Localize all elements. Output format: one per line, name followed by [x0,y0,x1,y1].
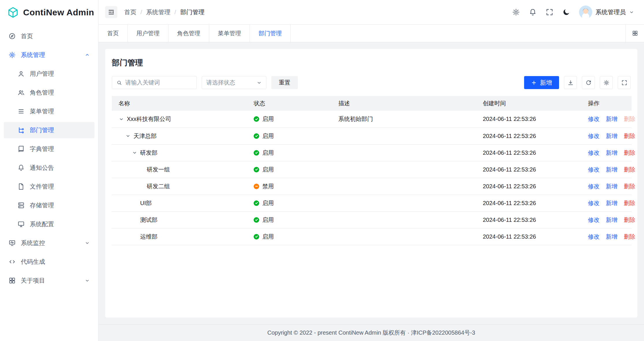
add-link[interactable]: 新增 [606,183,617,190]
sidebar-item-notice[interactable]: 通知公告 [4,160,94,176]
expand-icon[interactable] [125,133,131,139]
refresh-button[interactable] [582,76,595,89]
status-minus-icon [255,185,258,188]
delete-link[interactable]: 删除 [624,199,635,207]
modify-link[interactable]: 修改 [588,132,600,140]
sidebar-item-label: 字典管理 [30,145,54,153]
refresh-icon [585,80,592,86]
status-dot [254,234,259,239]
table-fullscreen-button[interactable] [618,76,631,89]
sidebar-item-code-generation[interactable]: 代码生成 [4,254,94,270]
sidebar-item-label: 系统监控 [21,239,45,247]
department-card: 部门管理 请选择状态 重置 新增 [105,49,637,318]
department-name: UI部 [140,199,152,207]
add-link[interactable]: 新增 [606,216,617,224]
breadcrumb-system-management[interactable]: 系统管理 [146,8,170,16]
sidebar-item-system-monitor[interactable]: 系统监控 [4,235,94,251]
sidebar-item-department-management[interactable]: 部门管理 [4,122,94,138]
sidebar-item-system-config[interactable]: 系统配置 [4,216,94,232]
modify-link[interactable]: 修改 [588,199,600,207]
monitor-pulse-icon [8,239,16,247]
brand-cube-icon [7,6,19,19]
sidebar: ContiNew Admin 首页 系统管理 [0,0,99,341]
column-header-status: 状态 [247,96,332,111]
delete-link[interactable]: 删除 [624,183,635,190]
status-label: 启用 [262,199,274,207]
add-link[interactable]: 新增 [606,115,617,123]
plus-icon [531,80,537,86]
column-settings-button[interactable] [600,76,613,89]
tab-user-management[interactable]: 用户管理 [128,25,168,42]
user-menu[interactable]: 系统管理员 [579,5,634,19]
expand-icon[interactable] [118,116,124,122]
download-icon [567,80,574,86]
row-actions: 修改 新增 删除 [588,132,625,140]
delete-link[interactable]: 删除 [624,149,635,157]
notification-bell-icon[interactable] [529,8,537,16]
status-select[interactable]: 请选择状态 [202,76,266,89]
add-link[interactable]: 新增 [606,132,617,140]
status-badge: 启用 [254,216,325,224]
sidebar-item-system-management[interactable]: 系统管理 [4,47,94,63]
row-actions: 修改 新增 删除 [588,216,625,224]
copyright-text: Copyright © 2022 - present ContiNew Admi… [267,329,475,337]
modify-link[interactable]: 修改 [588,233,600,241]
table-toolbar: 新增 [524,76,631,89]
tab-role-management[interactable]: 角色管理 [168,25,209,42]
sidebar-item-home[interactable]: 首页 [4,28,94,44]
department-name: 研发部 [140,149,157,157]
delete-link[interactable]: 删除 [624,132,635,140]
status-badge: 启用 [254,166,325,174]
department-name: Xxx科技有限公司 [127,115,171,123]
sidebar-item-label: 部门管理 [30,126,54,134]
expand-icon[interactable] [132,150,138,156]
export-download-button[interactable] [564,76,577,89]
add-link[interactable]: 新增 [606,166,617,174]
created-time: 2024-06-11 22:53:26 [483,116,536,122]
chevron-up-icon [85,52,90,58]
sidebar-item-user-management[interactable]: 用户管理 [4,66,94,82]
status-badge: 启用 [254,149,325,157]
department-name: 研发二组 [147,183,170,190]
modify-link[interactable]: 修改 [588,115,600,123]
add-link[interactable]: 新增 [606,233,617,241]
delete-link[interactable]: 删除 [624,166,635,174]
sidebar-item-menu-management[interactable]: 菜单管理 [4,103,94,119]
delete-link[interactable]: 删除 [624,233,635,241]
sidebar-item-role-management[interactable]: 角色管理 [4,84,94,101]
sidebar-item-dict-management[interactable]: 字典管理 [4,141,94,157]
status-badge: 启用 [254,233,325,241]
fullscreen-icon[interactable] [545,8,554,16]
created-time: 2024-06-11 22:53:26 [483,166,536,173]
dark-mode-moon-icon[interactable] [562,8,570,16]
keyword-input[interactable] [125,79,192,86]
modify-link[interactable]: 修改 [588,216,600,224]
tab-menu-management[interactable]: 菜单管理 [209,25,250,42]
tab-department-management[interactable]: 部门管理 [250,25,291,42]
sidebar-item-file-management[interactable]: 文件管理 [4,178,94,195]
sidebar-item-about-project[interactable]: 关于项目 [4,272,94,289]
reset-button[interactable]: 重置 [271,76,298,89]
sidebar-item-storage-management[interactable]: 存储管理 [4,197,94,213]
breadcrumb-current: 部门管理 [180,8,205,16]
settings-icon[interactable] [512,8,520,16]
modify-link[interactable]: 修改 [588,183,600,190]
breadcrumb-separator: / [175,9,176,16]
status-dot [254,200,259,206]
delete-link[interactable]: 删除 [624,216,635,224]
collapse-sidebar-button[interactable] [105,6,117,18]
department-name: 运维部 [140,233,157,241]
modify-link[interactable]: 修改 [588,149,600,157]
gear-icon [8,51,16,59]
breadcrumb-home[interactable]: 首页 [124,8,136,16]
add-link[interactable]: 新增 [606,199,617,207]
table-row: 研发部 启用 2024-06-11 22:53:26 修改 新增 删除 [112,144,632,161]
keyword-search-box[interactable] [112,76,197,89]
app-logo[interactable]: ContiNew Admin [0,0,98,25]
tab-home[interactable]: 首页 [99,25,128,42]
add-button[interactable]: 新增 [524,76,559,89]
modify-link[interactable]: 修改 [588,166,600,174]
delete-link[interactable]: 删除 [624,115,635,123]
add-link[interactable]: 新增 [606,149,617,157]
tab-actions-button[interactable] [626,25,644,42]
